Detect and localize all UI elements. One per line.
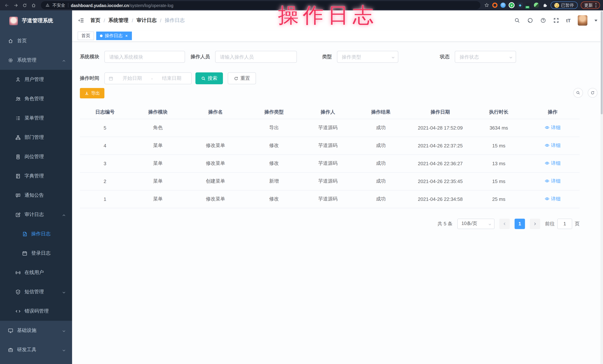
breadcrumb-home[interactable]: 首页 (90, 17, 100, 24)
book-icon (15, 173, 21, 179)
browser-home-button[interactable] (30, 1, 37, 9)
export-button[interactable]: 导出 (80, 88, 104, 98)
sidebar-item-login-log[interactable]: 登录日志 (0, 243, 72, 263)
sidebar-item-home[interactable]: 首页 (0, 31, 72, 51)
briefcase-icon (8, 347, 13, 353)
profile-paused-chip[interactable]: 已暂停 (551, 1, 578, 9)
extension-icon-v[interactable]: v (509, 2, 515, 8)
extension-icon-green[interactable] (534, 3, 539, 8)
scrollbar-thumb[interactable] (601, 11, 603, 114)
module-input[interactable] (104, 51, 185, 63)
sidebar-item-notice[interactable]: 通知公告 (0, 186, 72, 205)
operator-input[interactable] (215, 51, 297, 63)
browser-reload-button[interactable] (21, 1, 28, 9)
security-label: 不安全 (52, 2, 65, 8)
goto-page-input[interactable] (557, 219, 572, 229)
font-size-icon[interactable]: tT (566, 18, 571, 23)
range-separator: - (151, 76, 153, 81)
sidebar-item-menu-mgmt[interactable]: 菜单管理 (0, 108, 72, 128)
close-icon[interactable] (125, 34, 128, 37)
browser-menu-icon[interactable] (595, 3, 596, 7)
calendar-icon (22, 250, 27, 256)
github-icon[interactable] (527, 17, 533, 23)
avatar[interactable] (578, 15, 587, 26)
sidebar-logo[interactable]: 芋道管理系统 (0, 11, 72, 31)
monitor-icon (8, 328, 13, 333)
page-size-select[interactable]: 10条/页 (457, 219, 495, 229)
edit-square-icon (15, 212, 21, 217)
status-select-input[interactable] (455, 51, 516, 63)
detail-link[interactable]: 详细 (545, 196, 561, 202)
table-tools (573, 88, 597, 98)
extension-icon-pin[interactable] (500, 3, 506, 8)
extension-icon-orange[interactable] (492, 3, 498, 8)
toggle-search-button[interactable] (573, 88, 583, 98)
search-button[interactable]: 搜索 (196, 72, 223, 84)
breadcrumb-system[interactable]: 系统管理 (108, 17, 128, 24)
calendar-icon (108, 76, 113, 81)
operator-label: 操作人员 (191, 54, 210, 60)
help-icon[interactable] (540, 17, 546, 23)
detail-link[interactable]: 详细 (545, 160, 561, 167)
detail-link[interactable]: 详细 (545, 124, 561, 131)
puzzle-extensions-icon[interactable] (542, 2, 548, 8)
avatar-caret-icon[interactable] (594, 20, 597, 21)
app-title: 芋道管理系统 (22, 17, 53, 24)
sidebar-item-operate-log[interactable]: 操作日志 (0, 224, 72, 243)
col-type: 操作类型 (245, 105, 303, 119)
system-mgmt-submenu: 用户管理 角色管理 菜单管理 部门管理 岗位管理 (0, 70, 72, 321)
browser-back-button[interactable] (3, 1, 11, 9)
sidebar-item-dev-tools[interactable]: 研发工具 (0, 340, 72, 359)
total-count: 共 5 条 (438, 220, 452, 227)
sidebar-item-sms-mgmt[interactable]: 短信管理 (0, 282, 72, 301)
search-icon[interactable] (514, 17, 520, 23)
date-range-picker[interactable]: 开始日期 - 结束日期 (104, 72, 192, 84)
sidebar-item-errorcode-mgmt[interactable]: 错误码管理 (0, 301, 72, 321)
prev-page-button[interactable] (499, 219, 510, 229)
sidebar-item-dict-mgmt[interactable]: 字典管理 (0, 166, 72, 186)
sidebar-item-online-users[interactable]: 在线用户 (0, 263, 72, 282)
sidebar-item-infrastructure[interactable]: 基础设施 (0, 321, 72, 340)
type-select[interactable] (337, 51, 398, 63)
detail-link[interactable]: 详细 (545, 178, 561, 185)
gear-icon (8, 57, 13, 63)
current-page-button[interactable]: 1 (515, 219, 525, 229)
col-duration: 执行时长 (472, 105, 526, 119)
extension-icon-diamond[interactable]: ◆ (518, 3, 523, 8)
refresh-table-button[interactable] (588, 88, 597, 98)
sidebar-item-role-mgmt[interactable]: 角色管理 (0, 89, 72, 108)
breadcrumb-audit[interactable]: 审计日志 (137, 17, 157, 24)
sidebar-item-system-mgmt[interactable]: 系统管理 (0, 51, 72, 70)
filter-row-1: 系统模块 操作人员 类型 状态 (80, 51, 603, 63)
search-icon (201, 76, 206, 81)
reset-button[interactable]: 重置 (228, 72, 256, 84)
chrome-update-chip[interactable]: 更新 (580, 1, 600, 9)
chevron-up-icon (62, 58, 66, 62)
sidebar-item-audit-log[interactable]: 审计日志 (0, 205, 72, 224)
next-page-button[interactable] (530, 219, 540, 229)
detail-link[interactable]: 详细 (545, 142, 561, 149)
sidebar-item-post-mgmt[interactable]: 岗位管理 (0, 147, 72, 166)
sidebar-item-user-mgmt[interactable]: 用户管理 (0, 70, 72, 89)
start-date-placeholder: 开始日期 (116, 75, 148, 82)
home-icon (31, 3, 36, 8)
chevron-down-icon (62, 348, 66, 352)
chevron-down-icon (62, 329, 66, 332)
sidebar-item-dept-mgmt[interactable]: 部门管理 (0, 128, 72, 147)
tag-operate-log[interactable]: 操作日志 (96, 32, 132, 40)
bookmark-star-icon[interactable] (484, 3, 489, 8)
fullscreen-icon[interactable] (553, 17, 559, 23)
status-select[interactable] (455, 51, 516, 63)
breadcrumb-current: 操作日志 (165, 17, 185, 24)
page-scrollbar (600, 11, 603, 364)
main-area: 首页 / 系统管理 / 审计日志 / 操作日志 tT (72, 11, 603, 364)
tag-home[interactable]: 首页 (78, 32, 94, 40)
type-select-input[interactable] (337, 51, 398, 63)
forward-icon (13, 3, 18, 8)
collapse-sidebar-icon[interactable] (78, 17, 84, 24)
address-bar[interactable]: 不安全 dashboard.yudao.iocoder.cn/system/lo… (41, 1, 480, 9)
browser-forward-button[interactable] (12, 1, 19, 9)
extension-icon-switch[interactable]: on (526, 3, 531, 8)
reload-icon (22, 3, 27, 8)
operate-log-table: 日志编号 操作模块 操作名 操作类型 操作人 操作结果 操作日期 执行时长 操作 (80, 105, 580, 208)
